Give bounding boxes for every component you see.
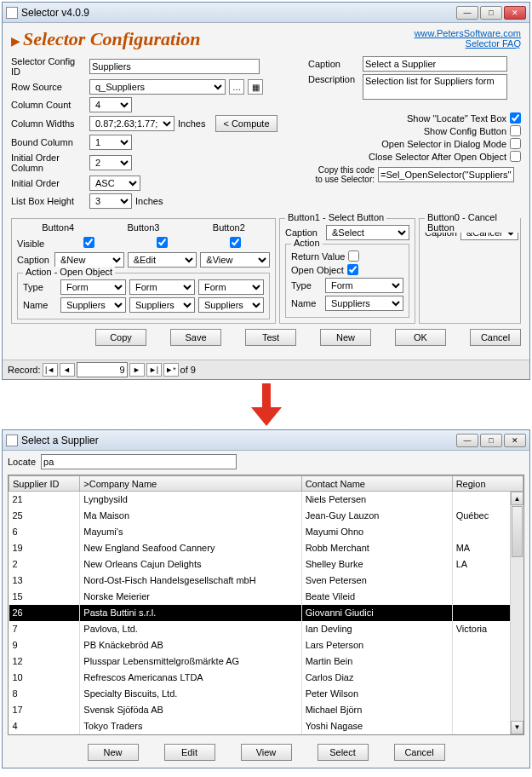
table-row[interactable]: 7Pavlova, Ltd.Ian DevlingVictoria — [9, 621, 523, 637]
titlebar-2[interactable]: Select a Supplier — □ ✕ — [3, 430, 529, 451]
nav-position-input[interactable] — [77, 362, 128, 377]
table-row[interactable]: 25Ma MaisonJean-Guy LauzonQuébec — [9, 508, 523, 524]
locate-input[interactable] — [41, 454, 237, 469]
table-scrollbar[interactable]: ▲ ▼ — [510, 492, 523, 734]
type-1-select[interactable]: Form — [325, 278, 403, 293]
cancel-button-2[interactable]: Cancel — [394, 744, 445, 761]
name-2-select[interactable]: Suppliers — [198, 297, 264, 313]
grid-icon[interactable]: ▦ — [248, 79, 263, 95]
column-widths-select[interactable]: 0.87;2.63;1.77;0 — [89, 116, 174, 131]
select-button-2[interactable]: Select — [317, 744, 369, 761]
table-cell: 2 — [9, 556, 80, 573]
caption-4-select[interactable]: &New — [54, 252, 124, 268]
scroll-down-button[interactable]: ▼ — [511, 721, 523, 734]
maximize-button[interactable]: □ — [480, 6, 502, 20]
type-2-select[interactable]: Form — [198, 279, 264, 295]
table-row[interactable]: 10Refrescos Americanas LTDACarlos Diaz — [9, 670, 523, 686]
return-value-checkbox[interactable] — [348, 250, 359, 262]
row-source-select[interactable]: q_Suppliers — [89, 79, 226, 95]
nav-prev-button[interactable]: ◄ — [60, 363, 75, 377]
visible-3-checkbox[interactable] — [157, 237, 168, 248]
ok-button[interactable]: OK — [395, 329, 446, 346]
col-region[interactable]: Region — [452, 476, 523, 492]
column-count-select[interactable]: 4 — [89, 97, 132, 112]
table-cell: 17 — [9, 702, 80, 718]
type-4-select[interactable]: Form — [60, 279, 126, 295]
nav-first-button[interactable]: |◄ — [43, 363, 58, 377]
table-cell: Plusspar Lebensmittelgroßmärkte AG — [80, 653, 301, 670]
visible-4-checkbox[interactable] — [83, 237, 94, 248]
supplier-table: Supplier ID >Company Name Contact Name R… — [8, 475, 524, 735]
config-id-input[interactable] — [89, 59, 260, 74]
table-row[interactable]: 4Tokyo TradersYoshi Nagase — [9, 718, 523, 734]
type-3-select[interactable]: Form — [129, 279, 195, 295]
lbl-row-source: Row Source — [11, 82, 86, 92]
table-row[interactable]: 19New England Seafood CanneryRobb Mercha… — [9, 540, 523, 556]
nav-last-button[interactable]: ►| — [146, 363, 162, 377]
scroll-thumb[interactable] — [512, 506, 523, 557]
caption-input[interactable] — [363, 56, 507, 72]
name-1-select[interactable]: Suppliers — [325, 296, 403, 311]
table-row[interactable]: 13Nord-Ost-Fisch Handelsgesellschaft mbH… — [9, 573, 523, 589]
titlebar[interactable]: Selector v4.0.9 — □ ✕ — [3, 3, 529, 23]
view-button-2[interactable]: View — [241, 744, 292, 761]
bound-column-select[interactable]: 1 — [89, 135, 132, 150]
table-cell: Ma Maison — [80, 508, 301, 524]
nav-new-button[interactable]: ►* — [163, 363, 179, 377]
minimize-button[interactable]: — — [456, 6, 478, 20]
initial-order-col-select[interactable]: 2 — [89, 155, 132, 170]
table-row[interactable]: 2New Orleans Cajun DelightsShelley Burke… — [9, 556, 523, 573]
link-faq[interactable]: Selector FAQ — [415, 38, 521, 49]
table-cell: Norske Meierier — [80, 589, 301, 605]
name-3-select[interactable]: Suppliers — [129, 297, 195, 313]
caption-3-select[interactable]: &Edit — [128, 252, 197, 268]
table-row[interactable]: 26Pasta Buttini s.r.l.Giovanni Giudici — [9, 605, 523, 621]
edit-button-2[interactable]: Edit — [164, 744, 215, 761]
close-button[interactable]: ✕ — [504, 6, 526, 20]
caption-1-select[interactable]: &Select — [326, 225, 409, 240]
maximize-button-2[interactable]: □ — [480, 434, 502, 447]
col-supplier-id[interactable]: Supplier ID — [9, 476, 80, 492]
table-row[interactable]: 21LyngbysildNiels Petersen — [9, 492, 523, 508]
lbl-initial-order: Initial Order — [11, 178, 86, 188]
close-after-checkbox[interactable] — [510, 151, 521, 162]
cancel-button[interactable]: Cancel — [470, 329, 521, 346]
caption-2-select[interactable]: &View — [200, 252, 270, 268]
scroll-up-button[interactable]: ▲ — [511, 492, 523, 505]
ellipsis-button[interactable]: … — [229, 79, 244, 95]
link-website[interactable]: www.PetersSoftware.com — [415, 28, 521, 38]
table-row[interactable]: 8Specialty Biscuits, Ltd.Peter Wilson — [9, 686, 523, 702]
col-company-name[interactable]: >Company Name — [80, 476, 301, 492]
show-config-checkbox[interactable] — [510, 125, 521, 136]
compute-button[interactable]: < Compute — [215, 115, 277, 132]
initial-order-select[interactable]: ASC — [89, 176, 140, 191]
new-button-2[interactable]: New — [88, 744, 139, 761]
table-cell: Peter Wilson — [301, 686, 452, 702]
table-row[interactable]: 15Norske MeierierBeate Vileid — [9, 589, 523, 605]
copy-button[interactable]: Copy — [95, 329, 146, 346]
nav-of-label: of 9 — [180, 365, 196, 375]
col-contact-name[interactable]: Contact Name — [301, 476, 452, 492]
name-4-select[interactable]: Suppliers — [60, 297, 126, 313]
save-button[interactable]: Save — [170, 329, 221, 346]
description-input[interactable] — [363, 74, 507, 100]
test-button[interactable]: Test — [245, 329, 296, 346]
close-button-2[interactable]: ✕ — [504, 434, 526, 447]
open-object-checkbox[interactable] — [347, 264, 358, 275]
table-cell: 13 — [9, 573, 80, 589]
lbl-type-1: Type — [291, 280, 322, 291]
list-box-height-select[interactable]: 3 — [89, 193, 132, 209]
nav-next-button[interactable]: ► — [129, 363, 145, 377]
table-row[interactable]: 9PB Knäckebröd ABLars Peterson — [9, 637, 523, 653]
table-row[interactable]: 6Mayumi'sMayumi Ohno — [9, 524, 523, 540]
visible-2-checkbox[interactable] — [230, 237, 241, 248]
minimize-button-2[interactable]: — — [456, 434, 478, 447]
copy-code-input[interactable] — [378, 167, 514, 182]
show-locate-checkbox[interactable] — [510, 112, 521, 124]
app-icon-2 — [6, 435, 18, 446]
table-row[interactable]: 17Svensk Sjöföda ABMichael Björn — [9, 702, 523, 718]
lbl-config-id: Selector Config ID — [11, 56, 86, 77]
table-row[interactable]: 12Plusspar Lebensmittelgroßmärkte AGMart… — [9, 653, 523, 670]
new-button[interactable]: New — [320, 329, 371, 346]
open-dialog-checkbox[interactable] — [510, 138, 521, 149]
